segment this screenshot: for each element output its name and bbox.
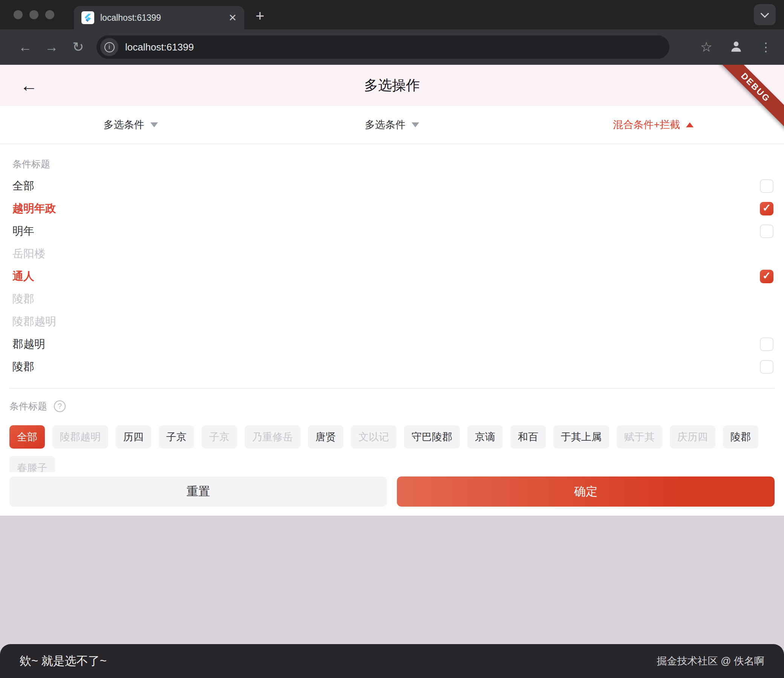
list-item-label: 陵郡 bbox=[12, 292, 34, 306]
chevron-up-icon bbox=[686, 123, 694, 127]
list-section-label: 条件标题 bbox=[12, 158, 773, 170]
chevron-down-icon bbox=[150, 123, 158, 127]
reload-button[interactable]: ↻ bbox=[65, 39, 91, 55]
window-zoom-button[interactable] bbox=[45, 10, 54, 19]
list-item[interactable]: 明年 bbox=[12, 220, 773, 243]
bookmark-star-icon[interactable]: ☆ bbox=[700, 39, 712, 55]
tag-chip[interactable]: 守巴陵郡 bbox=[404, 425, 460, 449]
tag-chip[interactable]: 于其上属 bbox=[553, 425, 609, 449]
address-bar[interactable]: i localhost:61399 bbox=[97, 36, 669, 59]
list-item-label: 郡越明 bbox=[12, 337, 45, 352]
url-text[interactable]: localhost:61399 bbox=[125, 42, 194, 53]
filter-bar: 多选条件 多选条件 混合条件+拦截 bbox=[0, 106, 784, 144]
list-item[interactable]: 陵郡 bbox=[12, 356, 773, 378]
section-divider bbox=[9, 388, 775, 389]
filter-dropdown-1[interactable]: 多选条件 bbox=[0, 106, 261, 143]
tag-chip-grid: 全部 陵郡越明 历四 子京 子京 乃重修岳 唐贤 文以记 守巴陵郡 京谪 和百 bbox=[9, 425, 775, 479]
app-back-button[interactable]: ← bbox=[20, 77, 38, 94]
list-item-label: 陵郡越明 bbox=[12, 314, 56, 329]
tag-chip[interactable]: 京谪 bbox=[468, 425, 503, 449]
tag-chip[interactable]: 历四 bbox=[116, 425, 151, 449]
condition-list: 全部 越明年政 明年 岳阳楼 通 bbox=[12, 175, 773, 378]
confirm-button[interactable]: 确定 bbox=[397, 476, 775, 507]
condition-list-section: 条件标题 全部 越明年政 明年 岳阳楼 bbox=[0, 158, 784, 378]
tag-chip[interactable]: 子京 bbox=[159, 425, 194, 449]
status-footer: 欸~ 就是选不了~ 掘金技术社区 @ 佚名啊 bbox=[0, 644, 784, 678]
list-item-label: 岳阳楼 bbox=[12, 246, 45, 261]
tag-chip[interactable]: 乃重修岳 bbox=[245, 425, 301, 449]
list-item[interactable]: 郡越明 bbox=[12, 333, 773, 356]
checkbox[interactable] bbox=[760, 202, 773, 215]
forward-button[interactable]: → bbox=[39, 39, 65, 55]
chevron-down-icon bbox=[761, 9, 769, 18]
action-bar: 重置 确定 bbox=[0, 472, 784, 516]
list-item-label: 通人 bbox=[12, 269, 34, 284]
filter-dropdown-3[interactable]: 混合条件+拦截 bbox=[523, 106, 784, 143]
checkbox[interactable] bbox=[760, 224, 773, 238]
browser-chrome: localhost:61399 ✕ + ← → ↻ i localhost:61… bbox=[0, 0, 784, 65]
tag-chip[interactable]: 陵郡越明 bbox=[52, 425, 108, 449]
tag-section: 条件标题 ? 全部 陵郡越明 历四 子京 子京 乃重修岳 唐贤 文以记 守巴陵郡 bbox=[0, 400, 784, 479]
tag-chip[interactable]: 全部 bbox=[9, 425, 45, 449]
list-item[interactable]: 越明年政 bbox=[12, 197, 773, 220]
toolbar-right: ☆ ⋮ bbox=[700, 39, 772, 55]
filter-dropdown-3-label: 混合条件+拦截 bbox=[613, 118, 680, 131]
filter-dropdown-2[interactable]: 多选条件 bbox=[261, 106, 522, 143]
reset-button[interactable]: 重置 bbox=[9, 476, 387, 507]
list-item[interactable]: 通人 bbox=[12, 265, 773, 288]
help-icon[interactable]: ? bbox=[54, 400, 65, 412]
tag-chip[interactable]: 赋于其 bbox=[617, 425, 662, 449]
browser-toolbar: ← → ↻ i localhost:61399 ☆ ⋮ bbox=[0, 30, 784, 65]
chevron-down-icon bbox=[411, 123, 419, 127]
checkbox[interactable] bbox=[760, 179, 773, 193]
window-close-button[interactable] bbox=[14, 10, 23, 19]
profile-avatar-icon[interactable] bbox=[729, 39, 743, 55]
tab-title: localhost:61399 bbox=[100, 13, 222, 23]
tab-strip: localhost:61399 ✕ + bbox=[0, 0, 784, 30]
checkbox[interactable] bbox=[760, 337, 773, 351]
list-item[interactable]: 全部 bbox=[12, 175, 773, 197]
footer-attribution: 掘金技术社区 @ 佚名啊 bbox=[657, 654, 764, 668]
footer-message: 欸~ 就是选不了~ bbox=[20, 653, 107, 669]
app-header: ← 多选操作 bbox=[0, 65, 784, 106]
list-item[interactable]: 陵郡 bbox=[12, 288, 773, 310]
window-minimize-button[interactable] bbox=[30, 10, 39, 19]
page-title: 多选操作 bbox=[364, 76, 420, 95]
filter-dropdown-1-label: 多选条件 bbox=[104, 118, 144, 131]
tag-chip[interactable]: 和百 bbox=[510, 425, 546, 449]
tab-close-icon[interactable]: ✕ bbox=[228, 13, 237, 23]
tag-chip[interactable]: 陵郡 bbox=[723, 425, 758, 449]
window-controls[interactable] bbox=[0, 10, 54, 19]
tag-section-label: 条件标题 bbox=[9, 400, 47, 412]
browser-menu-icon[interactable]: ⋮ bbox=[760, 40, 772, 54]
flutter-favicon-icon bbox=[81, 11, 94, 24]
tag-chip[interactable]: 文以记 bbox=[351, 425, 396, 449]
tag-chip[interactable]: 庆历四 bbox=[670, 425, 715, 449]
site-info-button[interactable]: i bbox=[100, 38, 118, 56]
info-icon: i bbox=[104, 42, 115, 52]
app-content: DEBUG ← 多选操作 多选条件 多选条件 混合条件+拦截 条件标题 全部 bbox=[0, 65, 784, 516]
list-item-label: 越明年政 bbox=[12, 201, 56, 216]
list-item-label: 陵郡 bbox=[12, 359, 34, 375]
filter-dropdown-2-label: 多选条件 bbox=[365, 118, 405, 131]
tab-search-button[interactable] bbox=[754, 4, 776, 25]
tag-chip[interactable]: 子京 bbox=[202, 425, 237, 449]
list-item[interactable]: 陵郡越明 bbox=[12, 310, 773, 333]
checkbox[interactable] bbox=[760, 360, 773, 374]
new-tab-button[interactable]: + bbox=[256, 8, 264, 25]
list-item-label: 明年 bbox=[12, 224, 34, 239]
browser-tab[interactable]: localhost:61399 ✕ bbox=[74, 6, 244, 30]
checkbox[interactable] bbox=[760, 270, 773, 283]
list-item[interactable]: 岳阳楼 bbox=[12, 243, 773, 265]
list-item-label: 全部 bbox=[12, 179, 34, 194]
tag-chip[interactable]: 唐贤 bbox=[308, 425, 343, 449]
back-button[interactable]: ← bbox=[12, 39, 39, 55]
